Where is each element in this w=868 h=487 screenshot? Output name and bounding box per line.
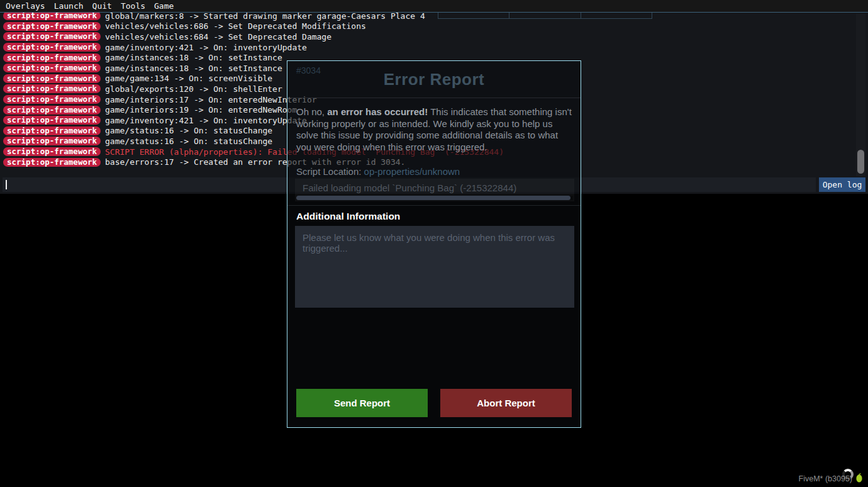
error-description: Oh no, an error has occurred! This indic…: [296, 106, 573, 153]
log-text: game/instances:18 -> On: setInstance: [105, 53, 282, 62]
log-text: game/status:16 -> On: statusChange: [105, 137, 272, 146]
script-badge: script:op-framework: [3, 84, 101, 93]
pear-icon: [854, 473, 864, 483]
script-badge: script:op-framework: [3, 137, 101, 145]
open-log-button[interactable]: Open log: [819, 177, 865, 192]
log-text: global/exports:120 -> On: shellEnter: [105, 84, 282, 94]
error-report-dialog: #3034 Error Report Oh no, an error has o…: [287, 60, 581, 428]
script-badge: script:op-framework: [3, 116, 101, 125]
error-details-box[interactable]: Failed loading model `Punching Bag` (-21…: [295, 179, 574, 201]
log-text: game/inventory:421 -> On: inventoryUpdat…: [105, 116, 307, 125]
script-badge: script:op-framework: [3, 13, 101, 20]
game-screen: Overlays Launch Quit Tools Game script:o…: [0, 0, 868, 487]
menu-bar: Overlays Launch Quit Tools Game: [0, 0, 868, 12]
script-badge: script:op-framework: [3, 43, 101, 52]
script-badge: script:op-framework: [3, 126, 101, 135]
loading-spinner-icon: [842, 469, 854, 480]
menu-item-game[interactable]: Game: [150, 1, 178, 11]
log-text: game/status:16 -> On: statusChange: [105, 126, 272, 135]
divider: [287, 98, 581, 98]
log-text: game/inventory:421 -> On: inventoryUpdat…: [105, 43, 307, 52]
script-badge: script:op-framework: [3, 32, 101, 41]
error-details-text: Failed loading model `Punching Bag` (-21…: [295, 179, 574, 193]
log-line: script:op-frameworkgame/inventory:421 ->…: [3, 42, 854, 53]
divider: [287, 205, 581, 206]
abort-report-button[interactable]: Abort Report: [440, 389, 572, 417]
script-badge: script:op-framework: [3, 64, 101, 72]
log-text: vehicles/vehicles:686 -> Set Deprecated …: [105, 21, 366, 31]
send-report-button[interactable]: Send Report: [296, 389, 428, 417]
menu-item-quit[interactable]: Quit: [88, 1, 116, 11]
script-location-value: op-properties/unknown: [364, 166, 460, 177]
log-text: game/interiors:19 -> On: enteredNewRoom: [105, 105, 297, 115]
menu-item-overlays[interactable]: Overlays: [1, 1, 50, 11]
script-badge: script:op-framework: [3, 53, 101, 62]
error-details-hscrollbar-thumb[interactable]: [296, 196, 570, 200]
log-text: vehicles/vehicles:684 -> Set Deprecated …: [105, 32, 331, 42]
dialog-buttons: Send Report Abort Report: [296, 389, 572, 417]
additional-information-label: Additional Information: [296, 211, 400, 222]
log-line: script:op-frameworkvehicles/vehicles:684…: [3, 31, 854, 42]
script-location: Script Location: op-properties/unknown: [296, 166, 460, 177]
script-badge: script:op-framework: [3, 158, 101, 167]
text-caret: [6, 180, 7, 189]
script-badge: script:op-framework: [3, 147, 101, 156]
script-badge: script:op-framework: [3, 95, 101, 104]
script-badge: script:op-framework: [3, 74, 101, 83]
dialog-title: Error Report: [287, 70, 581, 89]
log-line: script:op-frameworkvehicles/vehicles:686…: [3, 21, 854, 32]
script-badge: script:op-framework: [3, 22, 101, 31]
log-line: script:op-frameworkglobal/markers:8 -> S…: [3, 13, 854, 21]
log-text: game/instances:18 -> On: setInstance: [105, 64, 282, 73]
menu-item-launch[interactable]: Launch: [50, 1, 88, 11]
menu-item-tools[interactable]: Tools: [116, 1, 150, 11]
console-scrollbar-thumb[interactable]: [857, 150, 864, 174]
script-badge: script:op-framework: [3, 106, 101, 115]
log-text: game/game:134 -> On: screenVisible: [105, 74, 272, 83]
log-text: global/markers:8 -> Started drawing mark…: [105, 13, 425, 21]
additional-information-input[interactable]: [295, 226, 574, 308]
error-details-hscrollbar: [296, 196, 573, 200]
log-text: game/interiors:17 -> On: enteredNewInter…: [105, 95, 317, 104]
